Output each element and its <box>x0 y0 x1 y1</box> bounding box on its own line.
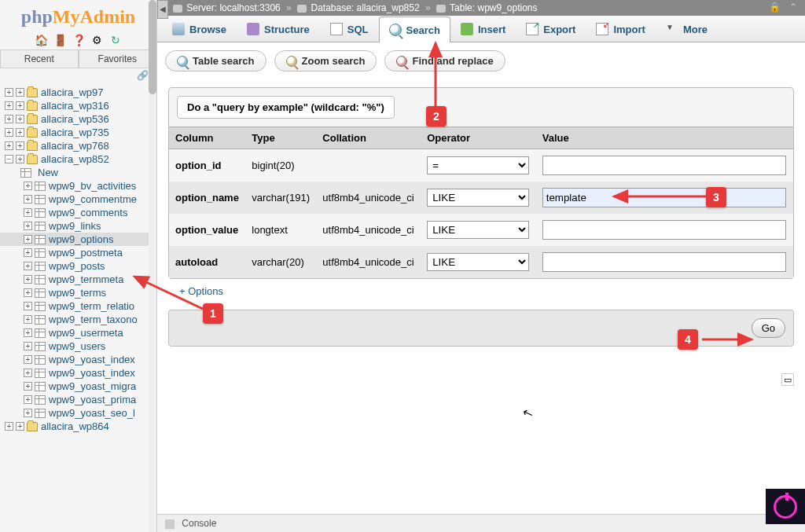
bc-database[interactable]: allacira_wp852 <box>357 2 420 13</box>
main-tabs: Browse Structure SQL Search Insert Expor… <box>157 16 805 42</box>
expand-icon[interactable]: + <box>5 115 13 123</box>
options-toggle[interactable]: + Options <box>168 279 794 303</box>
table-node-wpw9_yoast_seo_l[interactable]: +wpw9_yoast_seo_l <box>0 406 156 420</box>
bookmark-icon[interactable]: ▭ <box>781 373 794 386</box>
expand-icon[interactable]: + <box>5 422 13 431</box>
nav-scrollbar[interactable] <box>149 0 156 532</box>
expand-icon[interactable]: + <box>24 409 32 417</box>
secondary-expand-icon[interactable]: + <box>16 141 24 150</box>
table-node-wpw9_yoast_index[interactable]: +wpw9_yoast_index <box>0 353 156 366</box>
bc-table[interactable]: wpw9_options <box>477 2 537 13</box>
db-node-allacira_wp316[interactable]: ++allacira_wp316 <box>0 99 156 112</box>
db-node-allacira_wp852[interactable]: −+allacira_wp852 <box>0 152 156 166</box>
table-node-wpw9_terms[interactable]: +wpw9_terms <box>0 286 156 299</box>
expand-icon[interactable]: + <box>24 195 32 204</box>
value-input[interactable] <box>542 188 786 207</box>
tab-import[interactable]: Import <box>586 16 655 42</box>
expand-icon[interactable]: + <box>24 382 32 391</box>
table-node-wpw9_yoast_migra[interactable]: +wpw9_yoast_migra <box>0 380 156 393</box>
home-icon[interactable]: 🏠 <box>35 34 47 46</box>
expand-icon[interactable]: + <box>24 235 32 244</box>
link-icon[interactable]: 🔗 <box>0 68 156 83</box>
expand-icon[interactable]: + <box>24 315 32 324</box>
value-input[interactable] <box>542 252 786 272</box>
power-widget[interactable] <box>766 489 805 524</box>
operator-select[interactable]: = <box>427 156 529 174</box>
expand-icon[interactable]: + <box>24 369 32 377</box>
table-node-wpw9_yoast_prima[interactable]: +wpw9_yoast_prima <box>0 393 156 406</box>
new-table-link[interactable]: New <box>0 166 156 179</box>
table-node-wpw9_users[interactable]: +wpw9_users <box>0 339 156 353</box>
value-input[interactable] <box>542 220 786 240</box>
expand-icon[interactable]: + <box>24 355 32 364</box>
expand-icon[interactable]: + <box>5 101 13 110</box>
table-node-wpw9_comments[interactable]: +wpw9_comments <box>0 206 156 219</box>
table-node-wpw9_usermeta[interactable]: +wpw9_usermeta <box>0 326 156 339</box>
value-input[interactable] <box>542 156 786 175</box>
collapse-top-icon[interactable]: ⌃ <box>789 2 797 13</box>
go-button[interactable]: Go <box>752 318 785 338</box>
table-node-wpw9_yoast_index[interactable]: +wpw9_yoast_index <box>0 366 156 380</box>
col-header-column: Column <box>169 127 245 149</box>
table-node-wpw9_term_relatio[interactable]: +wpw9_term_relatio <box>0 299 156 313</box>
expand-icon[interactable]: + <box>24 395 32 404</box>
secondary-expand-icon[interactable]: + <box>16 422 24 431</box>
tab-browse[interactable]: Browse <box>162 16 237 42</box>
lock-icon[interactable]: 🔒 <box>769 2 781 13</box>
expand-icon[interactable]: + <box>5 88 13 97</box>
expand-icon[interactable]: + <box>24 275 32 284</box>
console-collapse-icon[interactable] <box>165 519 175 529</box>
db-node-allacira_wp97[interactable]: ++allacira_wp97 <box>0 86 156 99</box>
subtab-zoom-search[interactable]: Zoom search <box>274 50 377 72</box>
table-node-wpw9_options[interactable]: +wpw9_options <box>0 233 156 246</box>
secondary-expand-icon[interactable]: + <box>16 88 24 97</box>
table-node-wpw9_commentme[interactable]: +wpw9_commentme <box>0 193 156 206</box>
table-node-wpw9_links[interactable]: +wpw9_links <box>0 219 156 233</box>
expand-icon[interactable]: + <box>24 288 32 297</box>
db-node-allacira_wp768[interactable]: ++allacira_wp768 <box>0 139 156 152</box>
tab-more[interactable]: ▼More <box>656 16 718 42</box>
db-node-allacira_wp735[interactable]: ++allacira_wp735 <box>0 126 156 139</box>
exit-icon[interactable]: 🚪 <box>53 34 66 46</box>
expand-icon[interactable]: + <box>5 128 13 137</box>
table-node-wpw9_termmeta[interactable]: +wpw9_termmeta <box>0 273 156 286</box>
subtab-table-search[interactable]: Table search <box>165 50 266 72</box>
table-node-wpw9_posts[interactable]: +wpw9_posts <box>0 259 156 273</box>
secondary-expand-icon[interactable]: + <box>16 115 24 123</box>
tab-structure[interactable]: Structure <box>237 16 320 42</box>
expand-icon[interactable]: + <box>24 248 32 257</box>
secondary-expand-icon[interactable]: + <box>16 101 24 110</box>
expand-icon[interactable]: + <box>5 141 13 150</box>
tab-favorites[interactable]: Favorites <box>79 50 157 68</box>
expand-icon[interactable]: + <box>24 342 32 350</box>
expand-icon[interactable]: + <box>24 262 32 270</box>
tab-insert[interactable]: Insert <box>450 16 516 42</box>
table-node-wpw9_bv_activities[interactable]: +wpw9_bv_activities <box>0 179 156 193</box>
operator-select[interactable]: LIKE <box>427 189 529 207</box>
secondary-expand-icon[interactable]: + <box>16 128 24 137</box>
db-node-allacira_wp864[interactable]: ++allacira_wp864 <box>0 420 156 433</box>
table-node-wpw9_postmeta[interactable]: +wpw9_postmeta <box>0 246 156 259</box>
panel-collapse-handle[interactable]: ◀ <box>157 0 168 19</box>
tab-sql[interactable]: SQL <box>320 16 379 42</box>
tab-export[interactable]: Export <box>516 16 586 42</box>
expand-icon[interactable]: + <box>24 302 32 310</box>
expand-icon[interactable]: + <box>24 328 32 337</box>
subtab-find-replace[interactable]: Find and replace <box>384 50 505 72</box>
expand-icon[interactable]: + <box>24 208 32 217</box>
settings-icon[interactable]: ⚙ <box>90 34 103 46</box>
table-node-wpw9_term_taxono[interactable]: +wpw9_term_taxono <box>0 313 156 326</box>
operator-select[interactable]: LIKE <box>427 221 529 239</box>
tab-recent[interactable]: Recent <box>0 50 79 68</box>
expand-icon[interactable]: + <box>24 222 32 230</box>
secondary-expand-icon[interactable]: + <box>16 155 24 163</box>
collapse-icon[interactable]: − <box>5 155 13 163</box>
docs-icon[interactable]: ❓ <box>72 34 85 46</box>
reload-icon[interactable]: ↻ <box>109 34 122 46</box>
console-bar[interactable]: Console <box>157 514 805 532</box>
bc-server[interactable]: localhost:3306 <box>219 2 280 13</box>
expand-icon[interactable]: + <box>24 182 32 190</box>
tab-search[interactable]: Search <box>379 17 450 42</box>
operator-select[interactable]: LIKE <box>427 253 529 271</box>
db-node-allacira_wp536[interactable]: ++allacira_wp536 <box>0 112 156 126</box>
